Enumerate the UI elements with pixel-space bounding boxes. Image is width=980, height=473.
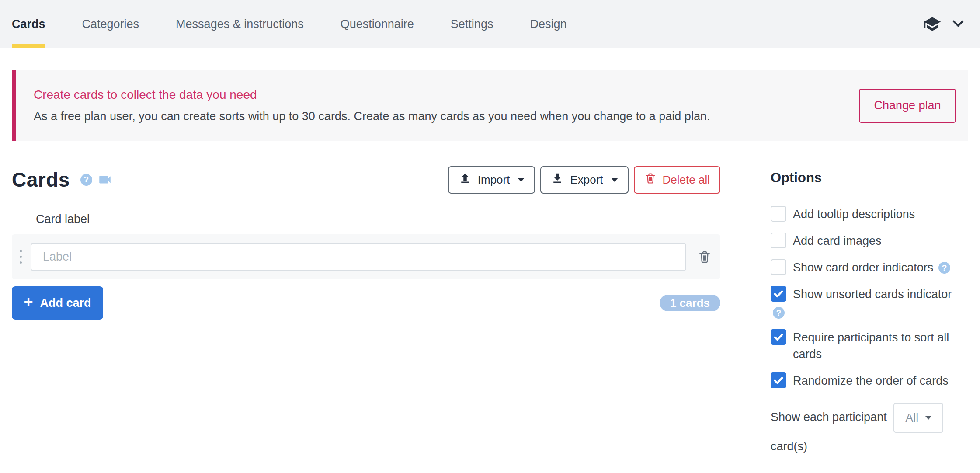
tab-messages-instructions[interactable]: Messages & instructions: [176, 0, 304, 48]
option-label: Add tooltip descriptions: [793, 206, 915, 223]
tab-settings[interactable]: Settings: [451, 0, 493, 48]
download-icon: [551, 172, 564, 188]
add-card-label: Add card: [40, 296, 91, 310]
import-button[interactable]: Import: [448, 166, 535, 194]
graduation-cap-icon[interactable]: [922, 15, 942, 33]
option-add-tooltip-descriptions: Add tooltip descriptions: [771, 206, 968, 223]
card-label-column-header: Card label: [36, 212, 720, 226]
card-label-input[interactable]: [31, 243, 686, 271]
checkbox[interactable]: [771, 286, 786, 302]
upgrade-banner: Create cards to collect the data you nee…: [12, 70, 968, 141]
import-label: Import: [478, 173, 510, 187]
export-label: Export: [570, 173, 603, 187]
cards-help-icon[interactable]: ?: [80, 174, 92, 186]
option-show-card-order-indicators: Show card order indicators ?: [771, 259, 968, 276]
option-label: Show unsorted cards indicator: [793, 286, 952, 303]
export-button[interactable]: Export: [540, 166, 628, 194]
delete-all-button[interactable]: Delete all: [634, 166, 720, 194]
option-label: Randomize the order of cards: [793, 372, 949, 389]
option-label: Show card order indicators: [793, 259, 933, 276]
caret-down-icon: [518, 178, 525, 182]
trash-icon: [644, 172, 657, 188]
show-each-text-after: card(s): [771, 440, 807, 453]
top-nav: Cards Categories Messages & instructions…: [0, 0, 980, 48]
option-require-sort-all-cards: Require participants to sort all cards: [771, 329, 968, 362]
cards-shown-select[interactable]: All: [893, 403, 943, 433]
change-plan-button[interactable]: Change plan: [859, 89, 956, 123]
delete-all-label: Delete all: [663, 173, 710, 187]
checkbox[interactable]: [771, 233, 786, 248]
banner-title: Create cards to collect the data you nee…: [34, 88, 710, 102]
tab-cards[interactable]: Cards: [12, 0, 45, 48]
upload-icon: [459, 172, 472, 188]
tab-categories[interactable]: Categories: [82, 0, 139, 48]
delete-card-icon[interactable]: [698, 250, 712, 264]
checkbox[interactable]: [771, 259, 786, 275]
tab-design[interactable]: Design: [530, 0, 566, 48]
help-icon[interactable]: ?: [773, 307, 785, 319]
chevron-down-icon[interactable]: [950, 15, 966, 33]
checkbox[interactable]: [771, 329, 786, 345]
video-tutorial-icon[interactable]: [97, 172, 112, 187]
drag-handle[interactable]: [20, 250, 22, 264]
card-count-badge: 1 cards: [660, 295, 720, 311]
page-title: Cards: [12, 168, 70, 191]
help-icon[interactable]: ?: [938, 262, 950, 274]
plus-icon: +: [24, 294, 33, 310]
caret-down-icon: [925, 416, 931, 420]
card-row: [12, 234, 720, 279]
cards-shown-value: All: [905, 404, 918, 431]
option-add-card-images: Add card images: [771, 233, 968, 249]
checkbox[interactable]: [771, 372, 786, 388]
caret-down-icon: [611, 178, 618, 182]
options-title: Options: [771, 170, 968, 186]
banner-body: As a free plan user, you can create sort…: [34, 110, 710, 123]
option-show-unsorted-cards-indicator: Show unsorted cards indicator: [771, 286, 968, 303]
checkbox[interactable]: [771, 206, 786, 222]
add-card-button[interactable]: + Add card: [12, 286, 103, 320]
option-label: Add card images: [793, 233, 882, 249]
show-each-text-before: Show each participant: [771, 410, 887, 424]
tab-questionnaire[interactable]: Questionnaire: [341, 0, 414, 48]
option-label: Require participants to sort all cards: [793, 329, 968, 362]
option-randomize-order: Randomize the order of cards: [771, 372, 968, 389]
show-each-participant-row: Show each participant All card(s): [771, 403, 968, 460]
